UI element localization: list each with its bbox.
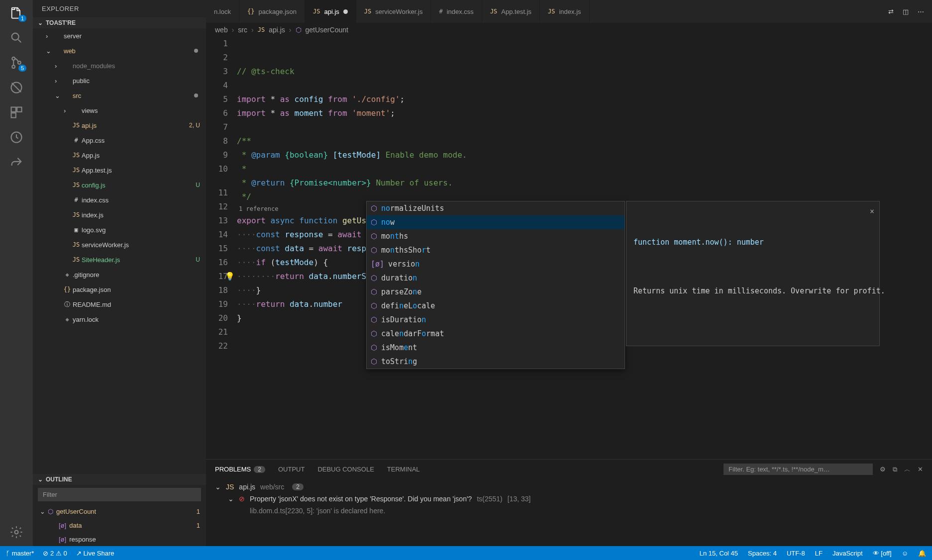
problems-filter[interactable]: Filter. Eg: text, **/*.ts, !**/node_m… bbox=[724, 464, 873, 475]
close-icon[interactable]: × bbox=[870, 204, 874, 218]
status-prettier[interactable]: 👁 [off] bbox=[873, 550, 892, 557]
panel-tab-terminal[interactable]: TERMINAL bbox=[387, 466, 420, 473]
suggest-item[interactable]: ⬡calendarFormat bbox=[367, 327, 624, 341]
breadcrumb[interactable]: web›src›JSapi.js›⬡getUserCount bbox=[206, 23, 932, 37]
outline-tree: ⌄⬡getUserCount1[ø]data1[ø]response bbox=[33, 504, 206, 546]
activity-debug[interactable] bbox=[9, 81, 23, 94]
split-icon[interactable]: ◫ bbox=[903, 8, 909, 15]
editor-tab[interactable]: n.lock bbox=[206, 0, 239, 23]
suggest-item[interactable]: ⬡defineLocale bbox=[367, 299, 624, 313]
status-spaces[interactable]: Spaces: 4 bbox=[748, 550, 777, 557]
outline-item[interactable]: [ø]data1 bbox=[33, 518, 206, 532]
section-outline[interactable]: ⌄OUTLINE bbox=[33, 474, 206, 485]
breadcrumb-item[interactable]: src bbox=[238, 26, 247, 34]
tree-item[interactable]: ◆.gitignore bbox=[33, 267, 206, 282]
outline-item[interactable]: ⌄⬡getUserCount1 bbox=[33, 504, 206, 518]
suggest-item[interactable]: ⬡duration bbox=[367, 271, 624, 285]
git-status: 2, U bbox=[189, 122, 201, 129]
editor-tab[interactable]: JSapi.js bbox=[305, 0, 356, 23]
tree-item[interactable]: ›server bbox=[33, 28, 206, 43]
editor-tab[interactable]: JSApp.test.js bbox=[482, 0, 540, 23]
problem-hint[interactable]: lib.dom.d.ts[2230, 5]: 'json' is declare… bbox=[215, 505, 923, 517]
status-language[interactable]: JavaScript bbox=[832, 550, 863, 557]
breadcrumb-item[interactable]: web bbox=[215, 26, 228, 34]
status-encoding[interactable]: UTF-8 bbox=[787, 550, 805, 557]
panel-tab-problems[interactable]: PROBLEMS2 bbox=[215, 466, 265, 473]
tree-item[interactable]: JSapi.js2, U bbox=[33, 118, 206, 133]
status-branch[interactable]: ᚶ master* bbox=[6, 550, 34, 557]
panel-tabs: PROBLEMS2 OUTPUT DEBUG CONSOLE TERMINAL … bbox=[206, 460, 932, 479]
outline-item[interactable]: [ø]response bbox=[33, 532, 206, 546]
problems-file[interactable]: ⌄ JS api.js web/src 2 bbox=[215, 481, 923, 493]
suggest-kind-icon: ⬡ bbox=[371, 355, 377, 369]
suggest-widget[interactable]: ⬡normalizeUnits⬡now⬡months⬡monthsShort[ø… bbox=[366, 201, 625, 369]
suggest-item[interactable]: ⬡isDuration bbox=[367, 313, 624, 327]
compare-icon[interactable]: ⇄ bbox=[888, 8, 894, 15]
suggest-item[interactable]: ⬡parseZone bbox=[367, 285, 624, 299]
more-icon[interactable]: ⋯ bbox=[918, 8, 924, 15]
status-bell[interactable]: 🔔 bbox=[918, 550, 926, 557]
tree-item[interactable]: JSApp.test.js bbox=[33, 163, 206, 178]
status-eol[interactable]: LF bbox=[815, 550, 823, 557]
suggest-item[interactable]: ⬡monthsShort bbox=[367, 243, 624, 257]
filter-settings-icon[interactable]: ⚙ bbox=[880, 466, 886, 473]
status-feedback[interactable]: ☺ bbox=[902, 550, 908, 557]
activity-settings[interactable] bbox=[9, 525, 23, 539]
editor-tab[interactable]: JSindex.js bbox=[540, 0, 590, 23]
breadcrumb-item[interactable]: api.js bbox=[269, 26, 285, 34]
tree-item[interactable]: JSindex.js bbox=[33, 207, 206, 222]
panel-tab-output[interactable]: OUTPUT bbox=[278, 466, 305, 473]
collapse-icon[interactable]: ⧉ bbox=[893, 466, 897, 473]
activity-explorer[interactable]: 1 bbox=[9, 6, 23, 20]
suggest-item[interactable]: ⬡isMoment bbox=[367, 341, 624, 355]
tree-item[interactable]: ⓘREADME.md bbox=[33, 297, 206, 312]
tree-item[interactable]: {}package.json bbox=[33, 282, 206, 297]
tree-item[interactable]: ◆yarn.lock bbox=[33, 312, 206, 327]
tree-item[interactable]: ›views bbox=[33, 103, 206, 118]
suggest-item[interactable]: ⬡normalizeUnits bbox=[367, 201, 624, 215]
activity-remote[interactable] bbox=[9, 130, 23, 144]
tab-label: n.lock bbox=[214, 8, 231, 15]
tree-item-label: node_modules bbox=[73, 62, 201, 70]
editor-tab[interactable]: #index.css bbox=[431, 0, 482, 23]
tree-item[interactable]: JSSiteHeader.jsU bbox=[33, 252, 206, 267]
outline-filter[interactable]: Filter bbox=[38, 488, 201, 501]
tree-item[interactable]: ›node_modules bbox=[33, 58, 206, 73]
chevron-icon: ⌄ bbox=[46, 47, 53, 55]
file-icon: JS bbox=[71, 256, 82, 263]
activity-scm[interactable]: 5 bbox=[9, 56, 23, 70]
editor-tab[interactable]: {}package.json bbox=[239, 0, 305, 23]
activity-share[interactable] bbox=[9, 155, 23, 169]
suggest-item[interactable]: ⬡toString bbox=[367, 355, 624, 369]
tree-item-label: server bbox=[64, 32, 201, 40]
file-icon: JS bbox=[71, 122, 82, 129]
close-icon[interactable]: ✕ bbox=[918, 466, 923, 473]
tree-item[interactable]: ⌄src bbox=[33, 88, 206, 103]
code-editor[interactable]: 12345678910111213141516171819202122 // @… bbox=[206, 37, 932, 459]
tree-item[interactable]: #App.css bbox=[33, 133, 206, 148]
lightbulb-icon[interactable]: 💡 bbox=[225, 270, 235, 283]
suggest-item[interactable]: ⬡months bbox=[367, 229, 624, 243]
tree-item[interactable]: #index.css bbox=[33, 192, 206, 207]
status-ln[interactable]: Ln 15, Col 45 bbox=[700, 550, 738, 557]
activity-search[interactable] bbox=[9, 31, 23, 45]
chevron-down-icon: ⌄ bbox=[38, 19, 43, 26]
problem-item[interactable]: ⌄ ⊘ Property 'jsonX' does not exist on t… bbox=[215, 493, 923, 505]
tree-item[interactable]: ›public bbox=[33, 73, 206, 88]
breadcrumb-item[interactable]: getUserCount bbox=[306, 26, 348, 34]
status-errors[interactable]: ⊘ 2 ⚠ 0 bbox=[43, 550, 67, 557]
panel-tab-debug[interactable]: DEBUG CONSOLE bbox=[317, 466, 374, 473]
tree-item[interactable]: JSserviceWorker.js bbox=[33, 237, 206, 252]
code-lines[interactable]: // @ts-check import * as config from './… bbox=[237, 37, 932, 459]
suggest-item[interactable]: ⬡now bbox=[367, 215, 624, 229]
tree-item[interactable]: ▣logo.svg bbox=[33, 222, 206, 237]
tree-item[interactable]: ⌄web bbox=[33, 43, 206, 58]
editor-tab[interactable]: JSserviceWorker.js bbox=[356, 0, 431, 23]
section-project[interactable]: ⌄TOAST'RE bbox=[33, 17, 206, 28]
chevron-up-icon[interactable]: ︿ bbox=[904, 465, 911, 474]
tree-item[interactable]: JSconfig.jsU bbox=[33, 178, 206, 192]
suggest-item[interactable]: [ø]version bbox=[367, 257, 624, 271]
tree-item[interactable]: JSApp.js bbox=[33, 148, 206, 163]
status-liveshare[interactable]: ↗ Live Share bbox=[76, 550, 114, 557]
activity-extensions[interactable] bbox=[9, 105, 23, 119]
